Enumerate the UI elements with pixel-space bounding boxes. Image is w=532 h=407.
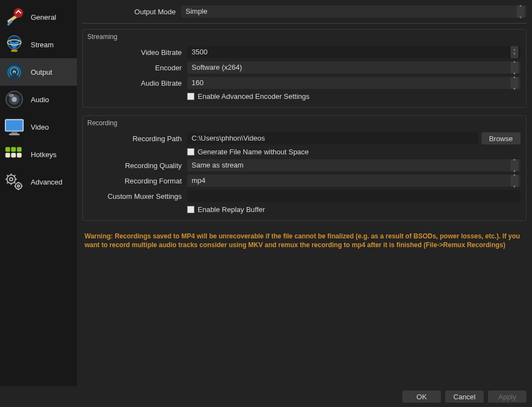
recording-path-input[interactable]: C:\Users\phhon\Videos xyxy=(187,132,478,144)
chevron-updown-icon: ▲▼ xyxy=(517,5,524,18)
general-icon xyxy=(3,6,25,28)
svg-rect-15 xyxy=(5,120,23,131)
svg-rect-21 xyxy=(17,147,22,152)
video-bitrate-value: 3500 xyxy=(192,46,208,58)
dialog-button-bar: OK Cancel Apply xyxy=(0,386,532,407)
svg-rect-7 xyxy=(11,50,17,52)
encoder-label: Encoder xyxy=(88,64,187,72)
sidebar-item-video[interactable]: Video xyxy=(0,113,77,141)
apply-button[interactable]: Apply xyxy=(488,391,527,403)
browse-button[interactable]: Browse xyxy=(481,132,520,144)
svg-point-1 xyxy=(14,8,23,18)
recording-quality-select[interactable]: Same as stream ▲▼ xyxy=(187,159,520,171)
recording-path-value: C:\Users\phhon\Videos xyxy=(192,132,265,144)
sidebar-item-advanced[interactable]: Advanced xyxy=(0,168,77,196)
recording-format-value: mp4 xyxy=(192,175,205,187)
audio-bitrate-value: 160 xyxy=(192,77,204,89)
advanced-icon xyxy=(3,171,25,193)
svg-rect-23 xyxy=(11,153,16,158)
checkbox-icon xyxy=(187,93,194,100)
video-bitrate-label: Video Bitrate xyxy=(88,48,187,57)
svg-point-13 xyxy=(12,97,17,102)
audio-bitrate-select[interactable]: 160 ▲▼ xyxy=(187,77,520,89)
sidebar-item-output[interactable]: Output xyxy=(0,58,77,86)
video-bitrate-input[interactable]: 3500 ▲▼ xyxy=(187,46,520,58)
sidebar-item-label: General xyxy=(31,13,56,21)
svg-line-34 xyxy=(14,175,15,176)
svg-rect-17 xyxy=(11,132,17,134)
svg-point-35 xyxy=(15,183,21,189)
separator xyxy=(82,23,527,24)
audio-bitrate-label: Audio Bitrate xyxy=(88,79,187,87)
recording-path-label: Recording Path xyxy=(88,135,187,143)
svg-point-26 xyxy=(9,177,13,181)
svg-rect-19 xyxy=(5,147,10,152)
recording-format-label: Recording Format xyxy=(88,177,187,185)
svg-line-33 xyxy=(7,182,8,183)
chevron-updown-icon: ▲▼ xyxy=(511,175,518,187)
output-icon xyxy=(3,61,25,83)
recording-group: Recording Recording Path C:\Users\phhon\… xyxy=(82,115,527,221)
sidebar-item-label: Stream xyxy=(31,41,54,49)
encoder-select[interactable]: Software (x264) ▲▼ xyxy=(187,62,520,74)
svg-rect-18 xyxy=(9,133,20,135)
sidebar-item-label: Output xyxy=(31,68,52,76)
enable-replay-buffer-label: Enable Replay Buffer xyxy=(198,205,265,214)
svg-rect-20 xyxy=(11,147,16,152)
output-mode-value: Simple xyxy=(186,5,208,18)
cancel-button[interactable]: Cancel xyxy=(445,391,484,403)
svg-point-36 xyxy=(18,185,20,187)
output-mode-select[interactable]: Simple ▲▼ xyxy=(181,5,527,18)
svg-line-31 xyxy=(7,175,8,176)
recording-quality-label: Recording Quality xyxy=(88,161,187,170)
svg-line-32 xyxy=(14,182,15,183)
settings-content: Output Mode Simple ▲▼ Streaming Video Bi… xyxy=(77,0,532,386)
recording-group-title: Recording xyxy=(87,119,520,127)
chevron-updown-icon: ▲▼ xyxy=(511,77,518,89)
sidebar-item-general[interactable]: General xyxy=(0,3,77,31)
sidebar-item-label: Video xyxy=(31,123,49,131)
stream-icon xyxy=(3,34,25,55)
audio-icon xyxy=(3,88,25,110)
enable-advanced-encoder-checkbox[interactable]: Enable Advanced Encoder Settings xyxy=(187,92,310,101)
svg-point-14 xyxy=(9,94,14,97)
checkbox-icon xyxy=(187,206,194,213)
sidebar-item-stream[interactable]: Stream xyxy=(0,31,77,58)
mp4-warning-text: Warning: Recordings saved to MP4 will be… xyxy=(82,228,527,253)
enable-advanced-encoder-label: Enable Advanced Encoder Settings xyxy=(198,92,310,101)
svg-point-25 xyxy=(7,175,15,183)
svg-rect-22 xyxy=(5,153,10,158)
muxer-label: Custom Muxer Settings xyxy=(88,192,187,200)
generate-filename-label: Generate File Name without Space xyxy=(198,148,309,156)
generate-filename-checkbox[interactable]: Generate File Name without Space xyxy=(187,148,309,156)
recording-format-select[interactable]: mp4 ▲▼ xyxy=(187,175,520,187)
sidebar-item-label: Audio xyxy=(31,96,49,104)
streaming-group: Streaming Video Bitrate 3500 ▲▼ Encoder … xyxy=(82,29,527,108)
sidebar-item-audio[interactable]: Audio xyxy=(0,86,77,113)
checkbox-icon xyxy=(187,148,194,155)
ok-button[interactable]: OK xyxy=(402,391,441,403)
video-icon xyxy=(3,116,25,138)
svg-rect-24 xyxy=(17,153,22,158)
encoder-value: Software (x264) xyxy=(192,62,242,74)
sidebar-item-label: Hotkeys xyxy=(31,150,57,159)
settings-sidebar: General Stream xyxy=(0,0,77,386)
sidebar-item-label: Advanced xyxy=(31,178,63,186)
recording-quality-value: Same as stream xyxy=(192,159,244,171)
streaming-group-title: Streaming xyxy=(87,33,520,41)
output-mode-label: Output Mode xyxy=(82,8,181,16)
sidebar-item-hotkeys[interactable]: Hotkeys xyxy=(0,141,77,168)
muxer-input[interactable] xyxy=(187,190,520,202)
hotkeys-icon xyxy=(3,143,25,165)
enable-replay-buffer-checkbox[interactable]: Enable Replay Buffer xyxy=(187,205,265,214)
